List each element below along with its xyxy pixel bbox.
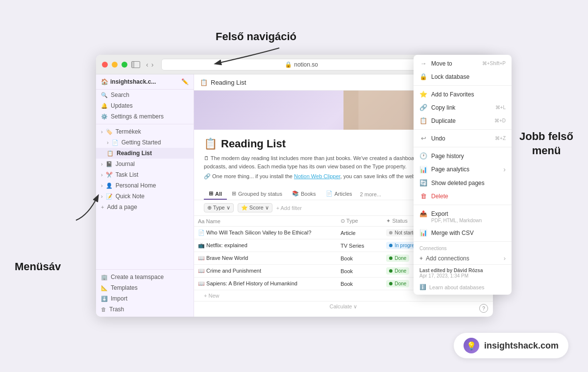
logo-area: 💡 insightshack.com <box>454 333 568 358</box>
menu-item-learn[interactable]: ℹ️ Learn about databases <box>414 281 512 293</box>
sidebar-item-journal[interactable]: › 📓 Journal <box>96 159 194 169</box>
lock-icon: 🔒 <box>419 73 427 80</box>
undo-icon: ↩ <box>419 135 427 142</box>
workspace-settings-icon[interactable]: ✏️ <box>181 78 189 85</box>
menu-item-move-to[interactable]: → Move to ⌘+Shift+P <box>414 57 512 70</box>
sidebar-item-getting-started[interactable]: › 📄 Getting Started <box>96 137 194 148</box>
export-icon: 📤 <box>419 210 427 217</box>
menu-label-copy-link: Copy link <box>431 104 455 111</box>
analytics-icon: 📊 <box>419 166 427 173</box>
page-title-bar: 📋 Reading List <box>200 79 419 86</box>
left-menu-label: Menüsáv <box>15 260 61 274</box>
menu-footer: Last edited by Dávid Rózsa Apr 17, 2023,… <box>414 264 512 281</box>
link-icon: 🔗 <box>419 104 427 111</box>
filter-type[interactable]: ⊕ Type ∨ <box>204 203 234 212</box>
menu-item-lock-database[interactable]: 🔒 Lock database <box>414 70 512 83</box>
row-name: 📖 Crime and Punishment <box>194 265 337 278</box>
sidebar-item-personal-home[interactable]: › 👤 Personal Home <box>96 180 194 191</box>
termekek-icon: 🏷️ <box>106 129 113 135</box>
workspace-icon: 🏠 <box>101 78 108 85</box>
tab-books[interactable]: 📚 Books <box>287 188 321 200</box>
menu-item-favorites[interactable]: ⭐ Add to Favorites <box>414 88 512 101</box>
add-icon: + <box>101 204 104 210</box>
row-type: Book <box>337 252 383 265</box>
traffic-light-red[interactable] <box>102 62 108 68</box>
sidebar-toggle[interactable] <box>131 61 140 68</box>
col-name: Aa Name <box>194 216 337 227</box>
tab-more[interactable]: 2 more... <box>357 189 384 199</box>
tab-books-icon: 📚 <box>292 190 299 197</box>
trash-icon: 🗑 <box>101 306 106 312</box>
quick-note-icon: 📝 <box>106 193 113 200</box>
menu-item-copy-link[interactable]: 🔗 Copy link ⌘+L <box>414 101 512 114</box>
task-list-icon: ✂️ <box>106 172 113 178</box>
menu-item-duplicate[interactable]: 📋 Duplicate ⌘+D <box>414 114 512 127</box>
menu-label-delete: Delete <box>431 193 448 200</box>
history-icon: 🕐 <box>419 152 427 160</box>
workspace-name[interactable]: 🏠 insightshack.c... <box>101 78 156 85</box>
personal-home-icon: 👤 <box>106 183 113 189</box>
menu-item-export[interactable]: 📤 Export PDF, HTML, Markdown <box>414 207 512 226</box>
right-menu-label: Jobb felsőmenü <box>519 130 573 158</box>
menu-item-show-deleted[interactable]: 🔄 Show deleted pages <box>414 176 512 189</box>
shortcut-copy-link: ⌘+L <box>495 105 506 110</box>
menu-label-export: Export <box>431 210 448 217</box>
sidebar-item-templates[interactable]: 📐 Templates <box>96 282 194 293</box>
sidebar-item-task-list[interactable]: › ✂️ Task List <box>96 169 194 180</box>
sidebar-item-reading-list[interactable]: 📋 Reading List <box>96 148 194 159</box>
forward-button[interactable]: › <box>151 61 154 69</box>
sidebar-item-settings[interactable]: ⚙️ Settings & members <box>96 111 194 122</box>
sidebar-item-create-teamspace[interactable]: 🏢 Create a teamspace <box>96 272 194 282</box>
col-type: ⊙ Type <box>337 216 383 227</box>
sidebar: 🏠 insightshack.c... ✏️ 🔍 Search 🔔 Update… <box>96 74 194 317</box>
search-icon: 🔍 <box>101 92 108 98</box>
menu-item-add-connections[interactable]: + Add connections › <box>414 252 512 264</box>
sidebar-item-trash[interactable]: 🗑 Trash <box>96 304 194 315</box>
menu-item-page-history[interactable]: 🕐 Page history <box>414 149 512 163</box>
duplicate-icon: 📋 <box>419 117 427 124</box>
page-main-icon: 📋 <box>204 138 217 150</box>
tab-all[interactable]: ⊞ All <box>204 188 227 200</box>
back-button[interactable]: ‹ <box>146 61 148 69</box>
sidebar-item-termekek[interactable]: › 🏷️ Termékek <box>96 126 194 137</box>
menu-item-delete[interactable]: 🗑 Delete <box>414 189 512 203</box>
top-nav-label: Felső navigáció <box>216 30 296 43</box>
menu-divider-4 <box>414 205 512 205</box>
row-type: TV Series <box>337 239 383 252</box>
sidebar-search[interactable]: 🔍 Search <box>96 90 194 100</box>
status-dot <box>389 269 392 273</box>
chevron-icon-tl: › <box>101 172 103 178</box>
add-connections-arrow: › <box>504 255 506 262</box>
tab-grouped-by-status[interactable]: ⊞ Grouped by status <box>227 188 287 200</box>
tab-articles-icon: 📄 <box>326 190 333 197</box>
help-button[interactable]: ? <box>479 304 488 313</box>
menu-item-merge-csv[interactable]: 📊 Merge with CSV <box>414 226 512 239</box>
last-edited-label: Last edited by Dávid Rózsa <box>419 268 506 273</box>
menu-label-page-analytics: Page analytics <box>431 166 469 173</box>
filter-score[interactable]: ⭐ Score ∨ <box>238 203 272 212</box>
sidebar-item-quick-note[interactable]: › 📝 Quick Note <box>96 191 194 202</box>
menu-item-undo[interactable]: ↩ Undo ⌘+Z <box>414 132 512 145</box>
menu-label-show-deleted: Show deleted pages <box>431 180 485 186</box>
sidebar-item-updates[interactable]: 🔔 Updates <box>96 100 194 111</box>
logo-text: insightshack.com <box>484 341 559 351</box>
traffic-light-yellow[interactable] <box>112 62 118 68</box>
menu-label-page-history: Page history <box>431 153 464 160</box>
chevron-icon-j: › <box>101 161 103 167</box>
info-icon: ℹ️ <box>419 284 426 290</box>
updates-icon: 🔔 <box>101 103 108 109</box>
notion-web-clipper-link[interactable]: Notion Web Clipper <box>294 173 341 179</box>
shortcut-move-to: ⌘+Shift+P <box>482 61 506 66</box>
menu-item-page-analytics[interactable]: 📊 Page analytics <box>414 163 512 176</box>
address-bar[interactable]: 🔒 notion.so <box>161 59 441 70</box>
traffic-light-green[interactable] <box>122 62 127 68</box>
sidebar-add-page[interactable]: + Add a page <box>96 202 194 212</box>
row-name: 📺 Netflix: explained <box>194 239 337 252</box>
tab-articles[interactable]: 📄 Articles <box>321 188 357 200</box>
filter-add-button[interactable]: + Add filter <box>276 205 302 211</box>
deleted-icon: 🔄 <box>419 179 427 186</box>
menu-divider-1 <box>414 85 512 86</box>
calculate-bar[interactable]: Calculate ∨ <box>194 301 493 312</box>
sidebar-item-import[interactable]: ⬇️ Import <box>96 293 194 304</box>
menu-divider-3 <box>414 147 512 147</box>
